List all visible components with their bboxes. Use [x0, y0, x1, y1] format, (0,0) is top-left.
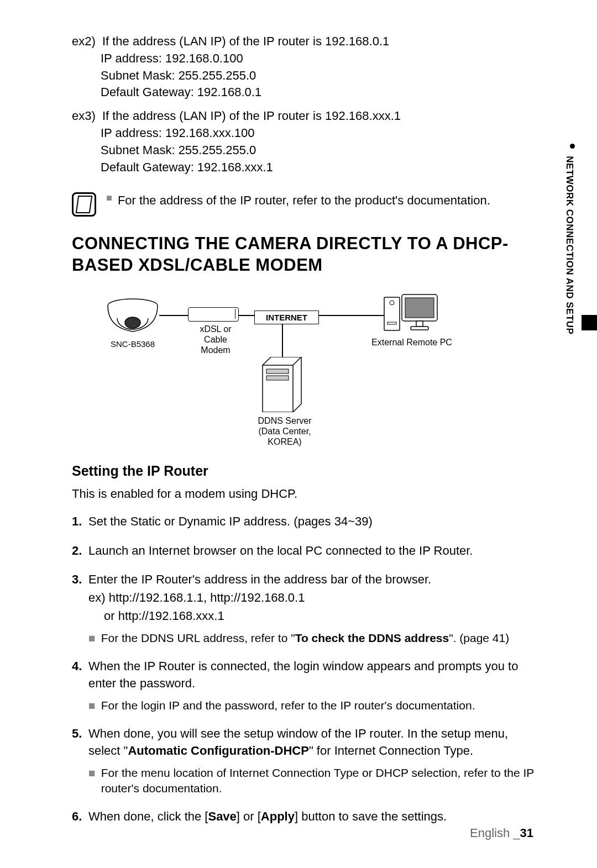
example-2: ex2) If the address (LAN IP) of the IP r… — [72, 33, 536, 101]
intro-text: This is enabled for a modem using DHCP. — [72, 487, 536, 501]
ex3-ip: IP address: 192.168.xxx.100 — [101, 125, 536, 142]
manual-page: ex2) If the address (LAN IP) of the IP r… — [0, 0, 597, 868]
step-1-text: Set the Static or Dynamic IP address. (p… — [88, 514, 373, 528]
step-2-text: Launch an Internet browser on the local … — [88, 544, 473, 557]
step-3-ex2: or http://192.168.xxx.1 — [104, 608, 536, 625]
steps-list: Set the Static or Dynamic IP address. (p… — [72, 513, 536, 825]
svg-rect-2 — [384, 297, 400, 330]
bullet-icon: ■ — [106, 192, 112, 204]
ex2-ip: IP address: 192.168.0.100 — [101, 50, 536, 67]
svg-rect-8 — [411, 327, 428, 330]
ex3-mask: Subnet Mask: 255.255.255.0 — [101, 142, 536, 159]
modem-icon — [188, 307, 239, 322]
side-tab-dot-icon — [570, 144, 575, 149]
step-5-text: When done, you will see the setup window… — [88, 727, 508, 757]
step-3-ex1: ex) http://192.168.1.1, http://192.168.0… — [88, 590, 536, 607]
step-4: When the IP Router is connected, the log… — [72, 658, 536, 713]
ex2-mask: Subnet Mask: 255.255.255.0 — [101, 67, 536, 85]
svg-rect-7 — [416, 321, 423, 327]
internet-label: INTERNET — [254, 311, 319, 324]
camera-label: SNC-B5368 — [111, 339, 155, 349]
svg-rect-6 — [405, 298, 434, 318]
ex3-gateway: Default Gateway: 192.168.xxx.1 — [101, 159, 536, 176]
svg-point-1 — [125, 317, 140, 328]
note-text: For the address of the IP router, refer … — [118, 192, 490, 209]
step-3-text: Enter the IP Router's address in the add… — [88, 572, 431, 586]
step-3-note: ■ For the DDNS URL address, refer to "To… — [88, 630, 536, 646]
modem-label-2: Cable Modem — [201, 335, 230, 355]
modem-label: xDSL or Cable Modem — [191, 324, 240, 356]
bullet-icon: ■ — [88, 765, 96, 781]
step-1: Set the Static or Dynamic IP address. (p… — [72, 513, 536, 530]
note-row: ■ For the address of the IP router, refe… — [72, 192, 536, 217]
server-label-2: (Data Center, KOREA) — [258, 427, 311, 446]
svg-rect-10 — [266, 376, 289, 380]
step-4-note-text: For the login IP and the password, refer… — [101, 698, 475, 713]
modem-label-1: xDSL or — [200, 324, 231, 334]
side-tab-text: NETWORK CONNECTION AND SETUP — [564, 156, 575, 334]
ex2-gateway: Default Gateway: 192.168.0.1 — [101, 84, 536, 101]
ex3-label: ex3) — [72, 108, 96, 125]
step-3-note-text: For the DDNS URL address, refer to "To c… — [101, 630, 510, 646]
note-icon — [72, 192, 96, 217]
step-5-note-text: For the menu location of Internet Connec… — [101, 765, 536, 797]
step-5: When done, you will see the setup window… — [72, 725, 536, 796]
subheading: Setting the IP Router — [72, 463, 536, 479]
pc-label: External Remote PC — [368, 338, 456, 348]
bullet-icon: ■ — [88, 630, 96, 646]
server-label-1: DDNS Server — [258, 416, 312, 425]
section-heading: CONNECTING THE CAMERA DIRECTLY TO A DHCP… — [72, 233, 536, 276]
step-5-note: ■ For the menu location of Internet Conn… — [88, 765, 536, 797]
step-6: When done, click the [Save] or [Apply] b… — [72, 808, 536, 825]
footer-page: 31 — [520, 826, 533, 840]
step-4-text: When the IP Router is connected, the log… — [88, 659, 518, 690]
footer-lang: English _ — [470, 826, 520, 840]
svg-rect-9 — [266, 369, 289, 373]
example-3: ex3) If the address (LAN IP) of the IP r… — [72, 108, 536, 176]
page-footer: English _31 — [470, 826, 533, 840]
pc-icon — [384, 289, 439, 339]
side-tab: NETWORK CONNECTION AND SETUP — [564, 144, 575, 334]
step-2: Launch an Internet browser on the local … — [72, 543, 536, 560]
camera-icon — [105, 297, 160, 333]
ex2-line1: If the address (LAN IP) of the IP router… — [102, 33, 389, 50]
ex3-line1: If the address (LAN IP) of the IP router… — [102, 108, 401, 125]
step-3: Enter the IP Router's address in the add… — [72, 571, 536, 646]
example-list: ex2) If the address (LAN IP) of the IP r… — [72, 33, 536, 176]
ex2-label: ex2) — [72, 33, 96, 50]
server-icon — [260, 357, 304, 412]
step-4-note: ■ For the login IP and the password, ref… — [88, 698, 536, 713]
side-tab-indicator — [582, 315, 597, 330]
network-diagram: SNC-B5368 xDSL or Cable Modem INTERNET E… — [94, 292, 514, 446]
step-6-text: When done, click the [Save] or [Apply] b… — [88, 809, 447, 823]
bullet-icon: ■ — [88, 698, 96, 713]
server-label: DDNS Server (Data Center, KOREA) — [243, 415, 326, 448]
